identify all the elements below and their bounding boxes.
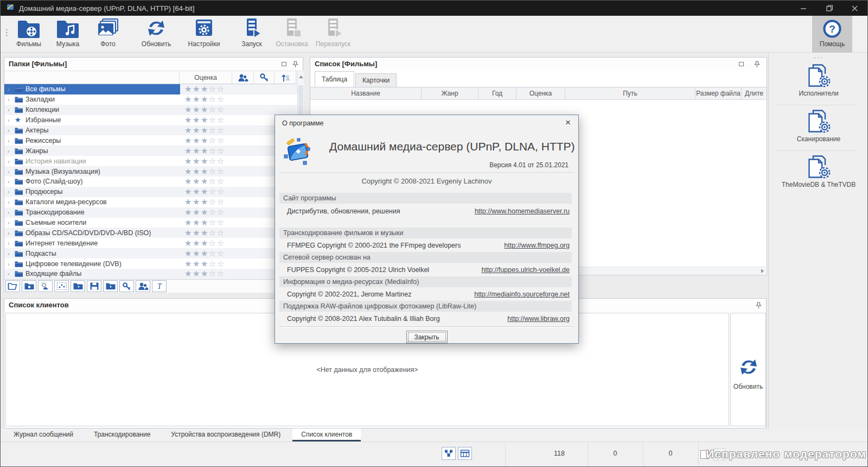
refresh-clients-button[interactable]: Обновить bbox=[730, 313, 766, 426]
expand-chevron-icon[interactable]: › bbox=[8, 178, 15, 185]
expand-chevron-icon[interactable]: › bbox=[8, 209, 15, 216]
name-column-header[interactable] bbox=[4, 71, 180, 84]
expand-chevron-icon[interactable]: › bbox=[8, 188, 15, 195]
music-button[interactable]: Музыка bbox=[48, 17, 87, 52]
section-link[interactable]: http://www.libraw.org bbox=[507, 315, 570, 323]
folder-tree-row[interactable]: › ★ Продюсеры ★★★☆☆ bbox=[4, 187, 297, 197]
rating-stars[interactable]: ★★★☆☆ bbox=[184, 258, 225, 269]
folder-tree-row[interactable]: › ★ Каталоги медиа-ресурсов ★★★☆☆ bbox=[4, 197, 297, 207]
font-button[interactable]: T bbox=[152, 280, 167, 292]
rating-stars[interactable]: ★★★☆☆ bbox=[184, 94, 225, 105]
sidebar-overflow-icon[interactable]: ... bbox=[769, 52, 868, 60]
rating-stars[interactable]: ★★★☆☆ bbox=[184, 156, 225, 166]
panel-maximize-icon[interactable] bbox=[739, 62, 744, 66]
key-button[interactable] bbox=[119, 280, 134, 292]
expand-chevron-icon[interactable]: › bbox=[8, 270, 15, 277]
import-folder-button[interactable] bbox=[103, 280, 118, 292]
table-column-header[interactable]: Жанр bbox=[422, 87, 478, 99]
table-column-header[interactable]: Год bbox=[478, 87, 516, 99]
close-dialog-button[interactable]: Закрыть bbox=[406, 331, 448, 343]
rating-stars[interactable]: ★★★☆☆ bbox=[184, 197, 225, 207]
rating-column-header[interactable]: Оценка bbox=[180, 71, 233, 84]
table-column-header[interactable]: Размер файла bbox=[695, 87, 742, 99]
photo-button[interactable]: Фото bbox=[88, 17, 127, 52]
expand-chevron-icon[interactable]: › bbox=[8, 250, 15, 257]
folder-tree-row[interactable]: › ★ Входящие файлы ★★★☆☆ bbox=[4, 269, 297, 279]
stop-button[interactable]: Остановка bbox=[273, 17, 311, 52]
folder-tree-row[interactable]: › ★ История навигации ★★★☆☆ bbox=[4, 156, 297, 166]
expand-chevron-icon[interactable]: › bbox=[8, 106, 15, 113]
expand-chevron-icon[interactable]: › bbox=[8, 240, 15, 247]
folder-tree-row[interactable]: › ★ Все фильмы ★★★☆☆ bbox=[4, 84, 297, 94]
rating-stars[interactable]: ★★★☆☆ bbox=[184, 187, 225, 197]
rating-stars[interactable]: ★★★☆☆ bbox=[184, 269, 225, 279]
expand-chevron-icon[interactable]: › bbox=[8, 137, 15, 144]
rating-stars[interactable]: ★★★☆☆ bbox=[184, 176, 225, 187]
bottom-tab[interactable]: Транскодирование bbox=[85, 428, 159, 441]
start-button[interactable]: Запуск bbox=[231, 17, 273, 52]
bottom-tab[interactable]: Устройства воспроизведения (DMR) bbox=[162, 428, 289, 441]
settings-button[interactable]: Настройки bbox=[182, 17, 226, 52]
expand-chevron-icon[interactable]: › bbox=[8, 127, 15, 134]
table-column-header[interactable]: Путь bbox=[565, 87, 695, 99]
status-network-button[interactable] bbox=[442, 447, 456, 460]
films-button[interactable]: Фильмы bbox=[9, 17, 48, 52]
folder-tree-row[interactable]: › ★ Закладки ★★★☆☆ bbox=[4, 94, 297, 105]
rating-stars[interactable]: ★★★☆☆ bbox=[184, 115, 225, 125]
panel-pin-icon[interactable] bbox=[754, 60, 760, 70]
folder-tree-row[interactable]: › ★ Цифровое телевидение (DVB) ★★★☆☆ bbox=[4, 258, 297, 269]
sidebar-item-scanning[interactable]: Сканирование bbox=[769, 109, 868, 143]
rating-stars[interactable]: ★★★☆☆ bbox=[184, 146, 225, 156]
folder-tree-row[interactable]: › ★ Интернет телевидение ★★★☆☆ bbox=[4, 238, 297, 248]
save-button[interactable] bbox=[87, 280, 101, 292]
section-link[interactable]: http://fuppes.ulrich-voelkel.de bbox=[481, 266, 570, 274]
view-tab[interactable]: Карточки bbox=[355, 73, 397, 87]
rating-stars[interactable]: ★★★☆☆ bbox=[184, 238, 225, 248]
expand-chevron-icon[interactable]: › bbox=[8, 148, 15, 154]
expand-chevron-icon[interactable]: › bbox=[8, 168, 15, 175]
expand-chevron-icon[interactable]: › bbox=[8, 158, 15, 165]
folder-tree-row[interactable]: › ★ Актеры ★★★☆☆ bbox=[4, 125, 297, 136]
refresh-button[interactable]: Обновить bbox=[135, 17, 178, 52]
folder-tree-row[interactable]: › ★ Подкасты ★★★☆☆ bbox=[4, 248, 297, 258]
rating-stars[interactable]: ★★★☆☆ bbox=[184, 166, 225, 176]
export-folder-button[interactable] bbox=[71, 280, 85, 292]
search-button[interactable] bbox=[254, 71, 275, 84]
chart-button[interactable] bbox=[54, 280, 69, 292]
dialog-close-icon[interactable]: × bbox=[565, 118, 571, 128]
rating-stars[interactable]: ★★★☆☆ bbox=[184, 207, 225, 218]
table-column-header[interactable]: Длите bbox=[742, 87, 767, 99]
section-link[interactable]: http://www.homemediaserver.ru bbox=[475, 207, 570, 215]
sidebar-item-performers[interactable]: Исполнители bbox=[769, 64, 868, 97]
scroll-up-icon[interactable] bbox=[299, 75, 303, 78]
folder-tree-row[interactable]: › ★ Транскодирование ★★★☆☆ bbox=[4, 207, 297, 218]
close-button[interactable] bbox=[842, 1, 867, 16]
rating-stars[interactable]: ★★★☆☆ bbox=[184, 125, 225, 136]
folder-tree-row[interactable]: › ★ Музыка (Визуализация) ★★★☆☆ bbox=[4, 166, 297, 176]
folder-tree-row[interactable]: › ★ Фото (Слайд-шоу) ★★★☆☆ bbox=[4, 176, 297, 187]
sort-button[interactable] bbox=[275, 71, 296, 84]
bottom-tab[interactable]: Журнал сообщений bbox=[5, 428, 82, 441]
rating-stars[interactable]: ★★★☆☆ bbox=[184, 105, 225, 115]
panel-pin-icon[interactable] bbox=[756, 301, 762, 311]
expand-chevron-icon[interactable]: › bbox=[8, 96, 15, 103]
rating-stars[interactable]: ★★★☆☆ bbox=[184, 84, 225, 94]
scroll-right-icon[interactable] bbox=[758, 267, 766, 274]
expand-chevron-icon[interactable]: › bbox=[8, 219, 15, 226]
rating-stars[interactable]: ★★★☆☆ bbox=[184, 248, 225, 258]
folder-tree-row[interactable]: › ★ Избранные ★★★☆☆ bbox=[4, 115, 297, 125]
open-folder-button[interactable] bbox=[5, 280, 20, 292]
folder-tree-row[interactable]: › ★ Образы CD/SACD/DVD/DVD-A/BD (ISO) ★★… bbox=[4, 228, 297, 238]
panel-maximize-icon[interactable] bbox=[282, 62, 286, 66]
rating-stars[interactable]: ★★★☆☆ bbox=[184, 218, 225, 228]
users-button[interactable] bbox=[136, 280, 150, 292]
expand-chevron-icon[interactable]: › bbox=[8, 86, 15, 92]
folder-tree-row[interactable]: › ★ Съемные носители ★★★☆☆ bbox=[4, 218, 297, 228]
expand-chevron-icon[interactable]: › bbox=[8, 261, 15, 267]
weather-button[interactable] bbox=[38, 280, 53, 292]
status-table-button[interactable] bbox=[458, 447, 472, 460]
rating-stars[interactable]: ★★★☆☆ bbox=[184, 228, 225, 238]
media-folder-button[interactable] bbox=[22, 280, 36, 292]
folder-tree-row[interactable]: › ★ Режиссеры ★★★☆☆ bbox=[4, 135, 297, 146]
expand-chevron-icon[interactable]: › bbox=[8, 230, 15, 236]
